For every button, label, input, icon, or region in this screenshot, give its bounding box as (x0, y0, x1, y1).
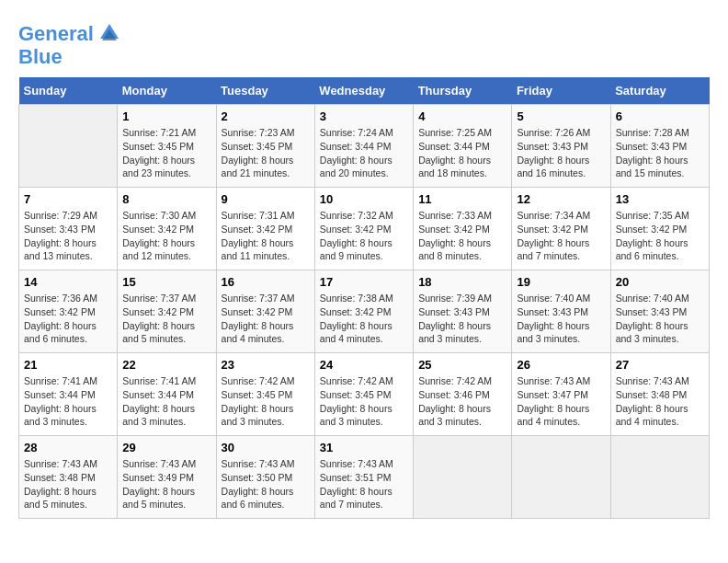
calendar-cell: 4Sunrise: 7:25 AM Sunset: 3:44 PM Daylig… (414, 105, 512, 188)
calendar-cell (414, 436, 512, 519)
calendar-cell: 30Sunrise: 7:43 AM Sunset: 3:50 PM Dayli… (216, 436, 314, 519)
calendar-cell: 12Sunrise: 7:34 AM Sunset: 3:42 PM Dayli… (512, 188, 610, 270)
day-info: Sunrise: 7:37 AM Sunset: 3:42 PM Dayligh… (222, 292, 310, 346)
calendar-cell: 21Sunrise: 7:41 AM Sunset: 3:44 PM Dayli… (19, 353, 118, 436)
calendar-cell: 9Sunrise: 7:31 AM Sunset: 3:42 PM Daylig… (216, 188, 314, 270)
calendar-cell: 25Sunrise: 7:42 AM Sunset: 3:46 PM Dayli… (414, 353, 512, 436)
calendar-cell: 22Sunrise: 7:41 AM Sunset: 3:44 PM Dayli… (118, 353, 216, 436)
day-number: 31 (320, 441, 408, 454)
day-info: Sunrise: 7:41 AM Sunset: 3:44 PM Dayligh… (24, 374, 112, 429)
day-info: Sunrise: 7:43 AM Sunset: 3:49 PM Dayligh… (122, 457, 210, 511)
day-number: 10 (320, 192, 408, 206)
day-info: Sunrise: 7:32 AM Sunset: 3:42 PM Dayligh… (320, 209, 408, 263)
calendar-table: SundayMondayTuesdayWednesdayThursdayFrid… (18, 77, 710, 519)
day-info: Sunrise: 7:43 AM Sunset: 3:47 PM Dayligh… (517, 374, 605, 429)
day-number: 25 (418, 358, 506, 372)
calendar-cell: 3Sunrise: 7:24 AM Sunset: 3:44 PM Daylig… (314, 105, 413, 188)
day-info: Sunrise: 7:34 AM Sunset: 3:42 PM Dayligh… (517, 209, 605, 263)
weekday-header-saturday: Saturday (610, 77, 709, 105)
day-info: Sunrise: 7:26 AM Sunset: 3:43 PM Dayligh… (517, 126, 605, 180)
day-info: Sunrise: 7:42 AM Sunset: 3:45 PM Dayligh… (320, 374, 408, 429)
day-info: Sunrise: 7:40 AM Sunset: 3:43 PM Dayligh… (616, 292, 704, 346)
weekday-header-monday: Monday (118, 77, 216, 105)
day-number: 8 (122, 192, 210, 206)
weekday-header-row: SundayMondayTuesdayWednesdayThursdayFrid… (19, 77, 710, 105)
calendar-cell: 14Sunrise: 7:36 AM Sunset: 3:42 PM Dayli… (19, 270, 118, 353)
calendar-cell: 10Sunrise: 7:32 AM Sunset: 3:42 PM Dayli… (314, 188, 413, 270)
day-number: 15 (122, 275, 210, 289)
day-number: 13 (616, 192, 704, 206)
calendar-cell: 11Sunrise: 7:33 AM Sunset: 3:42 PM Dayli… (414, 188, 512, 270)
day-number: 24 (320, 358, 408, 372)
day-number: 7 (24, 192, 112, 206)
calendar-cell: 19Sunrise: 7:40 AM Sunset: 3:43 PM Dayli… (512, 270, 610, 353)
day-info: Sunrise: 7:42 AM Sunset: 3:46 PM Dayligh… (418, 374, 506, 429)
week-row-3: 21Sunrise: 7:41 AM Sunset: 3:44 PM Dayli… (19, 353, 710, 436)
calendar-cell: 13Sunrise: 7:35 AM Sunset: 3:42 PM Dayli… (610, 188, 709, 270)
day-info: Sunrise: 7:38 AM Sunset: 3:42 PM Dayligh… (320, 292, 408, 346)
calendar-cell: 24Sunrise: 7:42 AM Sunset: 3:45 PM Dayli… (314, 353, 413, 436)
weekday-header-friday: Friday (512, 77, 610, 105)
calendar-cell: 20Sunrise: 7:40 AM Sunset: 3:43 PM Dayli… (610, 270, 709, 353)
day-number: 5 (517, 109, 605, 123)
calendar-cell: 1Sunrise: 7:21 AM Sunset: 3:45 PM Daylig… (118, 105, 216, 188)
day-info: Sunrise: 7:37 AM Sunset: 3:42 PM Dayligh… (122, 292, 210, 346)
day-number: 20 (616, 275, 704, 289)
calendar-cell: 16Sunrise: 7:37 AM Sunset: 3:42 PM Dayli… (216, 270, 314, 353)
weekday-header-wednesday: Wednesday (314, 77, 413, 105)
week-row-2: 14Sunrise: 7:36 AM Sunset: 3:42 PM Dayli… (19, 270, 710, 353)
day-info: Sunrise: 7:33 AM Sunset: 3:42 PM Dayligh… (418, 209, 506, 263)
day-info: Sunrise: 7:43 AM Sunset: 3:50 PM Dayligh… (222, 457, 310, 511)
day-info: Sunrise: 7:40 AM Sunset: 3:43 PM Dayligh… (517, 292, 605, 346)
day-number: 16 (222, 275, 310, 289)
day-number: 3 (320, 109, 408, 123)
day-info: Sunrise: 7:42 AM Sunset: 3:45 PM Dayligh… (222, 374, 310, 429)
day-info: Sunrise: 7:21 AM Sunset: 3:45 PM Dayligh… (122, 126, 210, 180)
day-info: Sunrise: 7:25 AM Sunset: 3:44 PM Dayligh… (418, 126, 506, 180)
day-info: Sunrise: 7:43 AM Sunset: 3:48 PM Dayligh… (616, 374, 704, 429)
day-number: 14 (24, 275, 112, 289)
day-info: Sunrise: 7:29 AM Sunset: 3:43 PM Dayligh… (24, 209, 112, 263)
weekday-header-thursday: Thursday (414, 77, 512, 105)
calendar-cell: 23Sunrise: 7:42 AM Sunset: 3:45 PM Dayli… (216, 353, 314, 436)
calendar-cell: 29Sunrise: 7:43 AM Sunset: 3:49 PM Dayli… (118, 436, 216, 519)
calendar-cell: 26Sunrise: 7:43 AM Sunset: 3:47 PM Dayli… (512, 353, 610, 436)
weekday-header-sunday: Sunday (19, 77, 118, 105)
calendar-cell: 7Sunrise: 7:29 AM Sunset: 3:43 PM Daylig… (19, 188, 118, 270)
calendar-cell: 5Sunrise: 7:26 AM Sunset: 3:43 PM Daylig… (512, 105, 610, 188)
calendar-cell: 27Sunrise: 7:43 AM Sunset: 3:48 PM Dayli… (610, 353, 709, 436)
calendar-cell: 15Sunrise: 7:37 AM Sunset: 3:42 PM Dayli… (118, 270, 216, 353)
day-number: 9 (222, 192, 310, 206)
day-info: Sunrise: 7:41 AM Sunset: 3:44 PM Dayligh… (122, 374, 210, 429)
day-number: 17 (320, 275, 408, 289)
day-number: 4 (418, 109, 506, 123)
weekday-header-tuesday: Tuesday (216, 77, 314, 105)
day-number: 27 (616, 358, 704, 372)
calendar-cell: 17Sunrise: 7:38 AM Sunset: 3:42 PM Dayli… (314, 270, 413, 353)
day-number: 30 (222, 441, 310, 454)
day-info: Sunrise: 7:24 AM Sunset: 3:44 PM Dayligh… (320, 126, 408, 180)
day-number: 1 (122, 109, 210, 123)
day-number: 6 (616, 109, 704, 123)
calendar-cell (610, 436, 709, 519)
day-number: 12 (517, 192, 605, 206)
week-row-0: 1Sunrise: 7:21 AM Sunset: 3:45 PM Daylig… (19, 105, 710, 188)
calendar-cell: 2Sunrise: 7:23 AM Sunset: 3:45 PM Daylig… (216, 105, 314, 188)
day-number: 29 (122, 441, 210, 454)
day-number: 2 (222, 109, 310, 123)
header: General Blue (18, 18, 710, 68)
logo-blue: Blue (18, 46, 122, 68)
day-number: 11 (418, 192, 506, 206)
calendar-cell (512, 436, 610, 519)
calendar-cell: 18Sunrise: 7:39 AM Sunset: 3:43 PM Dayli… (414, 270, 512, 353)
calendar-cell: 31Sunrise: 7:43 AM Sunset: 3:51 PM Dayli… (314, 436, 413, 519)
calendar-cell (19, 105, 118, 188)
day-number: 19 (517, 275, 605, 289)
calendar-cell: 6Sunrise: 7:28 AM Sunset: 3:43 PM Daylig… (610, 105, 709, 188)
day-info: Sunrise: 7:28 AM Sunset: 3:43 PM Dayligh… (616, 126, 704, 180)
day-number: 18 (418, 275, 506, 289)
day-number: 22 (122, 358, 210, 372)
day-info: Sunrise: 7:43 AM Sunset: 3:51 PM Dayligh… (320, 457, 408, 511)
logo-text: General (18, 23, 122, 46)
week-row-1: 7Sunrise: 7:29 AM Sunset: 3:43 PM Daylig… (19, 188, 710, 270)
